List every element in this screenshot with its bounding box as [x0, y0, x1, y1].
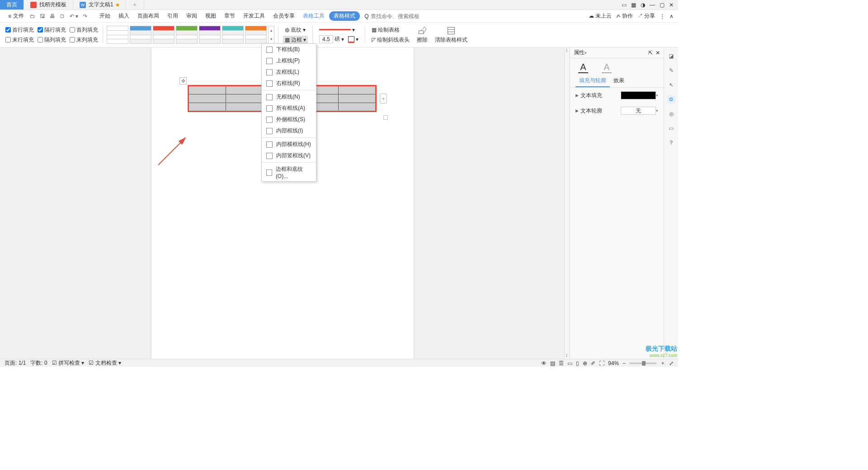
eye-icon[interactable]: 👁	[541, 360, 547, 367]
table-resize-handle[interactable]	[383, 115, 388, 120]
sidebar-book-icon[interactable]: ▭	[667, 124, 675, 132]
tab-insert[interactable]: 插入	[115, 11, 133, 21]
border-outside[interactable]: 外侧框线(S)	[262, 114, 316, 125]
maximize-icon[interactable]: ▢	[660, 2, 665, 8]
border-button[interactable]: ▦边框▾	[283, 36, 308, 44]
open-icon[interactable]: 🗀	[28, 13, 38, 19]
outline-value[interactable]: 无	[621, 107, 656, 115]
border-left[interactable]: 左框线(L)	[262, 66, 316, 78]
sidebar-pen-icon[interactable]: ✎	[667, 66, 675, 75]
page-status[interactable]: 页面: 1/1	[5, 359, 26, 367]
tab-view[interactable]: 视图	[202, 11, 220, 21]
tab-dev[interactable]: 开发工具	[240, 11, 269, 21]
doccheck[interactable]: ☑ 文档检查 ▾	[89, 359, 121, 367]
sidebar-settings-icon[interactable]: ⚙	[667, 95, 675, 103]
apps-icon[interactable]: ▦	[631, 2, 636, 8]
more-icon[interactable]: ⋮	[660, 13, 665, 19]
minimize-icon[interactable]: —	[650, 2, 655, 8]
tab-tabletool[interactable]: 表格工具	[299, 11, 328, 21]
word-count[interactable]: 字数: 0	[30, 359, 47, 367]
style-red[interactable]	[153, 26, 175, 44]
share-button[interactable]: ↗ 分享	[637, 12, 655, 20]
style-plain[interactable]	[107, 26, 128, 44]
border-dialog[interactable]: 边框和底纹(O)...	[262, 164, 316, 181]
fit-icon[interactable]: ⛶	[599, 360, 604, 367]
spellcheck[interactable]: ☑ 拼写检查 ▾	[52, 359, 85, 367]
tab-tablestyle[interactable]: 表格样式	[329, 11, 360, 21]
close-icon[interactable]: ✕	[669, 2, 674, 8]
tab-review[interactable]: 审阅	[183, 11, 201, 21]
style-orange[interactable]	[245, 26, 267, 44]
zoom-in-icon[interactable]: ＋	[660, 359, 665, 367]
pin-icon[interactable]: ⇱	[648, 50, 653, 56]
view-outline-icon[interactable]: ☰	[559, 360, 564, 367]
check-bandrow[interactable]: 隔行填充	[38, 26, 66, 34]
tab-member[interactable]: 会员专享	[269, 11, 298, 21]
search-box[interactable]: Q	[364, 13, 425, 19]
border-inside[interactable]: 内部框线(I)	[262, 125, 316, 136]
style-purple[interactable]	[199, 26, 221, 44]
coop-button[interactable]: ዶ 协作	[616, 12, 632, 20]
check-bandcol[interactable]: 隔列填充	[38, 36, 66, 44]
style-teal[interactable]	[222, 26, 244, 44]
file-menu[interactable]: ≡文件	[5, 12, 28, 20]
pen-color-icon[interactable]	[348, 36, 354, 42]
sidebar-daoke-icon[interactable]: ◪	[667, 52, 675, 60]
table-move-handle[interactable]: ✥	[179, 77, 187, 85]
shading-button[interactable]: ◍底纹▾	[283, 26, 308, 34]
border-bottom[interactable]: 下框线(B)	[262, 44, 316, 55]
text-style-a[interactable]: A	[578, 62, 588, 73]
tab-effect[interactable]: 效果	[610, 75, 628, 87]
draw-diagonal[interactable]: ◸绘制斜线表头	[370, 36, 411, 44]
sidebar-select-icon[interactable]: ↖	[667, 81, 675, 89]
save-icon[interactable]: 🖫	[38, 13, 47, 19]
line-weight[interactable]: 4.5磅▾ ▾	[317, 35, 360, 44]
fullscreen-icon[interactable]: ⤢	[669, 360, 674, 367]
globe-icon[interactable]: ⊕	[583, 360, 587, 367]
zoom-out-icon[interactable]: −	[623, 360, 626, 367]
draw-table[interactable]: ▦绘制表格	[370, 26, 411, 34]
text-style-a2[interactable]: A	[602, 62, 612, 73]
line-style[interactable]: ▾	[317, 26, 360, 33]
search-input[interactable]	[371, 13, 425, 19]
check-lastrow[interactable]: 末行填充	[5, 36, 34, 44]
clear-style-button[interactable]: 清除表格样式	[432, 25, 470, 45]
check-firstrow[interactable]: 首行填充	[5, 26, 34, 34]
tab-pagelayout[interactable]: 页面布局	[134, 11, 163, 21]
sidebar-help-icon[interactable]: ?	[667, 139, 675, 147]
check-lastcol[interactable]: 末列填充	[70, 36, 98, 44]
print-icon[interactable]: 🖶	[47, 13, 57, 19]
cloud-status[interactable]: ☁ 未上云	[589, 12, 612, 20]
note-icon[interactable]: ✐	[591, 360, 595, 367]
view-read-icon[interactable]: ▯	[576, 360, 579, 367]
style-blue[interactable]	[130, 26, 151, 44]
border-all[interactable]: 所有框线(A)	[262, 103, 316, 114]
view-page-icon[interactable]: ▤	[550, 360, 555, 367]
check-firstcol[interactable]: 首列填充	[70, 26, 98, 34]
table-add-handle[interactable]: ＋	[380, 94, 387, 103]
preview-icon[interactable]: 🗋	[57, 13, 67, 19]
fill-color-swatch[interactable]	[621, 91, 656, 99]
border-right[interactable]: 右框线(R)	[262, 78, 316, 89]
skin-icon[interactable]: ◑	[641, 2, 645, 8]
style-more[interactable]: ▴▾	[268, 26, 274, 44]
collapse-icon[interactable]: ∧	[670, 13, 674, 19]
border-inside-v[interactable]: 内部竖框线(V)	[262, 150, 316, 161]
redo-icon[interactable]: ↷	[80, 13, 90, 19]
border-none[interactable]: 无框线(N)	[262, 91, 316, 103]
text-fill-row[interactable]: ▶文本填充▾	[570, 88, 664, 103]
layout-icon[interactable]: ▭	[622, 2, 627, 8]
tab-document[interactable]: W文字文稿1	[73, 0, 126, 9]
tab-home[interactable]: 首页	[0, 0, 24, 9]
style-green[interactable]	[176, 26, 198, 44]
zoom-value[interactable]: 94%	[608, 360, 619, 367]
text-outline-row[interactable]: ▶文本轮廓无▾	[570, 103, 664, 118]
zoom-slider[interactable]	[629, 362, 656, 364]
tab-fill-outline[interactable]: 填充与轮廓	[576, 75, 610, 87]
tab-reference[interactable]: 引用	[164, 11, 182, 21]
erase-button[interactable]: 擦除	[414, 25, 430, 45]
tab-chapter[interactable]: 章节	[221, 11, 239, 21]
undo-icon[interactable]: ↶ ▾	[67, 13, 80, 19]
sidebar-location-icon[interactable]: ◎	[667, 110, 675, 118]
border-inside-h[interactable]: 内部横框线(H)	[262, 139, 316, 150]
